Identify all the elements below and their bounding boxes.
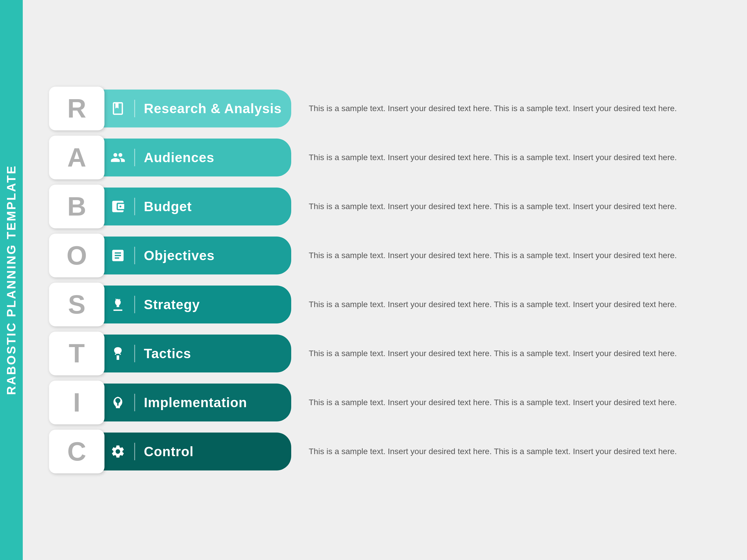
bar-icon-T <box>110 346 126 361</box>
bar-label-B: Budget <box>144 198 192 214</box>
letter-badge-R: R <box>49 87 104 130</box>
bar-label-C: Control <box>144 444 194 459</box>
description-C: This is a sample text. Insert your desir… <box>309 445 718 458</box>
row-I: I Implementation This is a sample text. … <box>52 383 718 422</box>
letter-C: C <box>68 438 86 464</box>
bar-icon-C <box>110 444 126 459</box>
bar-icon-B <box>110 199 126 214</box>
row-O: O Objectives This is a sample text. Inse… <box>52 237 718 274</box>
description-A: This is a sample text. Insert your desir… <box>309 151 718 164</box>
rows-container: R Research & Analysis This is a sample t… <box>52 89 718 471</box>
letter-badge-B: B <box>49 185 104 229</box>
row-A: A Audiences This is a sample text. Inser… <box>52 138 718 177</box>
row-S: S Strategy This is a sample text. Insert… <box>52 286 718 323</box>
bar-label-R: Research & Analysis <box>144 101 282 116</box>
bar-icon-R <box>110 101 126 116</box>
letter-T: T <box>69 340 85 367</box>
bar-label-I: Implementation <box>144 395 247 410</box>
row-C: C Control This is a sample text. Insert … <box>52 432 718 471</box>
letter-badge-O: O <box>49 234 104 277</box>
letter-I: I <box>73 390 80 416</box>
letter-badge-S: S <box>49 283 104 326</box>
bar-label-A: Audiences <box>144 150 214 165</box>
bar-B: B Budget <box>52 188 291 225</box>
bar-divider-S <box>134 296 135 313</box>
letter-B: B <box>68 193 86 220</box>
bar-icon-S <box>110 297 126 312</box>
sidebar: RABOSTIC Planning Template <box>0 0 23 560</box>
bar-divider-C <box>134 443 135 460</box>
bar-A: A Audiences <box>52 138 291 177</box>
description-I: This is a sample text. Insert your desir… <box>309 396 718 409</box>
description-O: This is a sample text. Insert your desir… <box>309 249 718 262</box>
letter-badge-A: A <box>49 136 104 179</box>
bar-divider-T <box>134 345 135 362</box>
description-R: This is a sample text. Insert your desir… <box>309 102 718 115</box>
bar-icon-A <box>110 150 126 165</box>
description-B: This is a sample text. Insert your desir… <box>309 200 718 213</box>
main-content: R Research & Analysis This is a sample t… <box>23 0 747 560</box>
bar-I: I Implementation <box>52 383 291 422</box>
letter-R: R <box>68 96 86 122</box>
bar-label-S: Strategy <box>144 297 200 312</box>
letter-badge-I: I <box>49 381 104 424</box>
letter-badge-C: C <box>49 430 104 473</box>
bar-divider-R <box>134 100 135 117</box>
bar-O: O Objectives <box>52 237 291 274</box>
bar-icon-O <box>110 248 126 263</box>
row-R: R Research & Analysis This is a sample t… <box>52 89 718 128</box>
bar-C: C Control <box>52 432 291 471</box>
bar-S: S Strategy <box>52 286 291 323</box>
description-S: This is a sample text. Insert your desir… <box>309 298 718 311</box>
bar-label-O: Objectives <box>144 248 215 263</box>
bar-divider-A <box>134 149 135 166</box>
row-T: T Tactics This is a sample text. Insert … <box>52 335 718 372</box>
row-B: B Budget This is a sample text. Insert y… <box>52 188 718 225</box>
description-T: This is a sample text. Insert your desir… <box>309 347 718 360</box>
bar-icon-I <box>110 395 126 410</box>
letter-S: S <box>68 291 85 318</box>
bar-label-T: Tactics <box>144 346 191 362</box>
bar-divider-B <box>134 198 135 215</box>
bar-divider-I <box>134 394 135 411</box>
letter-badge-T: T <box>49 331 104 375</box>
letter-A: A <box>68 144 86 170</box>
bar-R: R Research & Analysis <box>52 89 291 128</box>
letter-O: O <box>67 242 87 269</box>
bar-divider-O <box>134 247 135 264</box>
sidebar-title: RABOSTIC Planning Template <box>4 165 18 395</box>
bar-T: T Tactics <box>52 335 291 372</box>
